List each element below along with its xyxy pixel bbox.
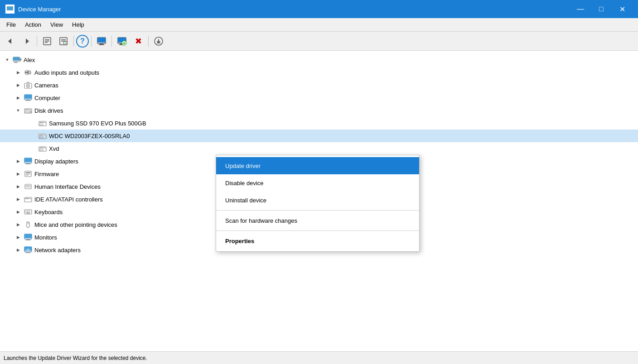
tree-label-display: Display adapters — [34, 158, 78, 165]
keyboards-icon — [24, 207, 33, 216]
menu-bar: File Action View Help — [0, 18, 638, 32]
expand-display[interactable]: ▶ — [14, 158, 22, 165]
menu-view[interactable]: View — [46, 19, 68, 30]
svg-rect-62 — [24, 158, 32, 162]
properties-button[interactable] — [39, 34, 55, 49]
svg-rect-70 — [26, 185, 27, 186]
tree-item-diskdrives[interactable]: ▼ Disk drives — [0, 104, 638, 117]
ctx-uninstall-device[interactable]: Uninstall device — [216, 192, 419, 209]
download-button[interactable] — [151, 34, 166, 49]
maximize-button[interactable]: □ — [591, 0, 612, 18]
tree-item-samsung[interactable]: ▶ Samsung SSD 970 EVO Plus 500GB — [0, 117, 638, 129]
svg-rect-3 — [7, 6, 13, 10]
toolbar-separator-3 — [91, 36, 92, 47]
tree-label-firmware: Firmware — [34, 171, 59, 177]
minimize-button[interactable]: — — [570, 0, 591, 18]
svg-marker-5 — [26, 38, 29, 44]
expand-diskdrives[interactable]: ▼ — [14, 107, 22, 114]
svg-rect-45 — [26, 100, 30, 101]
add-driver-button[interactable]: + — [114, 34, 130, 49]
svg-rect-63 — [26, 163, 30, 164]
svg-rect-17 — [100, 43, 103, 44]
expand-computer[interactable]: ▶ — [14, 94, 22, 101]
svg-rect-78 — [25, 198, 28, 199]
svg-rect-7 — [45, 39, 49, 40]
remove-button[interactable]: ✖ — [130, 34, 146, 49]
window-controls: — □ ✕ — [570, 0, 633, 18]
update-driver-button[interactable]: + — [56, 34, 71, 49]
svg-rect-95 — [26, 252, 30, 253]
ctx-properties[interactable]: Properties — [216, 232, 419, 249]
svg-rect-90 — [24, 234, 32, 238]
expand-network[interactable]: ▶ — [14, 246, 22, 254]
tree-item-audio[interactable]: ▶ Audio inputs and outputs — [0, 66, 638, 79]
run-button[interactable] — [94, 34, 109, 49]
help-button[interactable]: ? — [76, 35, 89, 48]
tree-item-wdc[interactable]: ▶ WDC WD2003FZEX-00SRLA0 — [0, 129, 638, 142]
ide-icon — [24, 195, 33, 204]
menu-help[interactable]: Help — [68, 19, 89, 30]
tree-label-wdc: WDC WD2003FZEX-00SRLA0 — [49, 133, 130, 139]
expand-alex[interactable]: ▼ — [4, 56, 11, 63]
hid-icon — [24, 182, 33, 191]
menu-file[interactable]: File — [2, 19, 20, 30]
expand-hid[interactable]: ▶ — [14, 183, 22, 190]
tree-label-hid: Human Interface Devices — [34, 183, 101, 190]
svg-rect-49 — [25, 110, 28, 110]
svg-rect-9 — [45, 42, 48, 43]
expand-cameras[interactable]: ▶ — [14, 81, 22, 89]
expand-mice[interactable]: ▶ — [14, 221, 22, 228]
expand-audio[interactable]: ▶ — [14, 69, 22, 76]
svg-rect-57 — [40, 135, 43, 135]
toolbar-separator-2 — [73, 36, 74, 47]
svg-rect-8 — [45, 41, 49, 42]
svg-rect-86 — [29, 212, 30, 213]
mice-icon — [24, 220, 33, 229]
wdc-icon — [38, 131, 47, 140]
svg-rect-16 — [97, 38, 106, 43]
tree-label-cameras: Cameras — [34, 82, 58, 89]
expand-firmware[interactable]: ▶ — [14, 170, 22, 177]
forward-button[interactable] — [19, 34, 34, 49]
svg-rect-67 — [26, 174, 30, 174]
svg-rect-82 — [28, 211, 29, 211]
close-button[interactable]: ✕ — [612, 0, 633, 18]
tree-item-xvd[interactable]: ▶ Xvd — [0, 142, 638, 155]
tree-item-alex[interactable]: ▼ Alex — [0, 53, 638, 66]
svg-rect-38 — [25, 72, 27, 73]
svg-rect-85 — [27, 212, 29, 213]
tree-label-xvd: Xvd — [49, 145, 59, 152]
svg-rect-34 — [14, 62, 18, 63]
ctx-disable-device[interactable]: Disable device — [216, 174, 419, 192]
svg-marker-39 — [27, 70, 29, 75]
monitors-icon — [24, 233, 33, 242]
network-icon — [24, 245, 33, 254]
svg-rect-11 — [61, 39, 66, 40]
svg-point-42 — [28, 85, 29, 86]
tree-label-samsung: Samsung SSD 970 EVO Plus 500GB — [49, 120, 146, 127]
expand-ide[interactable]: ▶ — [14, 196, 22, 203]
expand-monitors[interactable]: ▶ — [14, 234, 22, 241]
svg-rect-66 — [26, 172, 30, 173]
app-icon — [5, 5, 14, 14]
svg-rect-73 — [26, 187, 27, 187]
tree-item-cameras[interactable]: ▶ Cameras — [0, 79, 638, 91]
samsung-icon — [38, 119, 47, 128]
ctx-separator-1 — [216, 210, 419, 211]
ctx-scan-hardware[interactable]: Scan for hardware changes — [216, 212, 419, 229]
window-title: Device Manager — [18, 6, 570, 13]
svg-rect-91 — [26, 239, 30, 240]
svg-rect-32 — [13, 57, 19, 61]
tree-label-alex: Alex — [24, 57, 35, 63]
back-button[interactable] — [3, 34, 18, 49]
svg-rect-54 — [40, 122, 43, 123]
expand-keyboards[interactable]: ▶ — [14, 208, 22, 216]
tree-item-computer[interactable]: ▶ Computer — [0, 91, 638, 104]
svg-rect-80 — [25, 211, 26, 211]
display-icon — [24, 157, 33, 166]
tree-label-diskdrives: Disk drives — [34, 107, 63, 114]
ctx-separator-2 — [216, 230, 419, 231]
computer-icon — [24, 93, 33, 102]
menu-action[interactable]: Action — [20, 19, 46, 30]
ctx-update-driver[interactable]: Update driver — [216, 157, 419, 174]
